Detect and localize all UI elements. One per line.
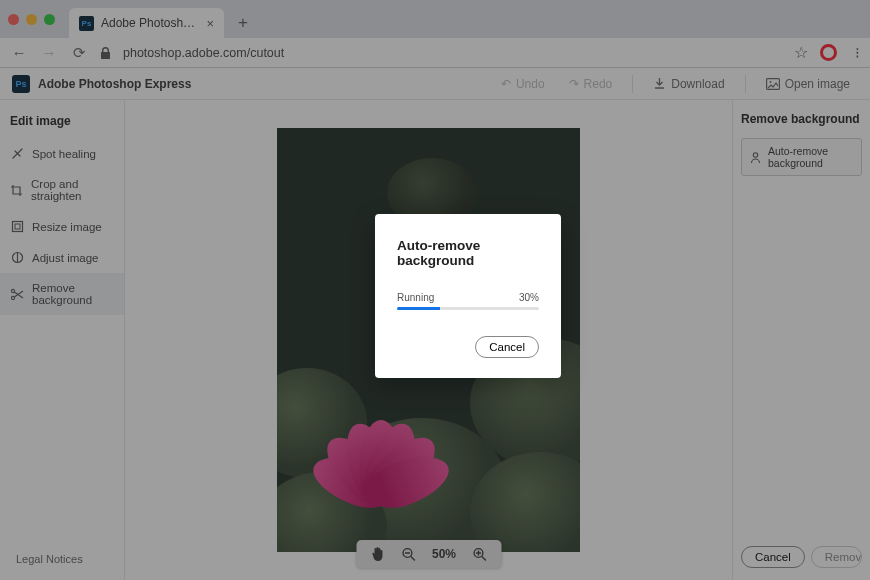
progress-status: Running: [397, 292, 434, 303]
progress-fill: [397, 307, 440, 310]
modal-overlay: Auto-remove background Running 30% Cance…: [0, 0, 870, 580]
modal-title: Auto-remove background: [397, 238, 539, 268]
progress-percent: 30%: [519, 292, 539, 303]
progress-modal: Auto-remove background Running 30% Cance…: [375, 214, 561, 378]
modal-cancel-button[interactable]: Cancel: [475, 336, 539, 358]
progress-bar: [397, 307, 539, 310]
